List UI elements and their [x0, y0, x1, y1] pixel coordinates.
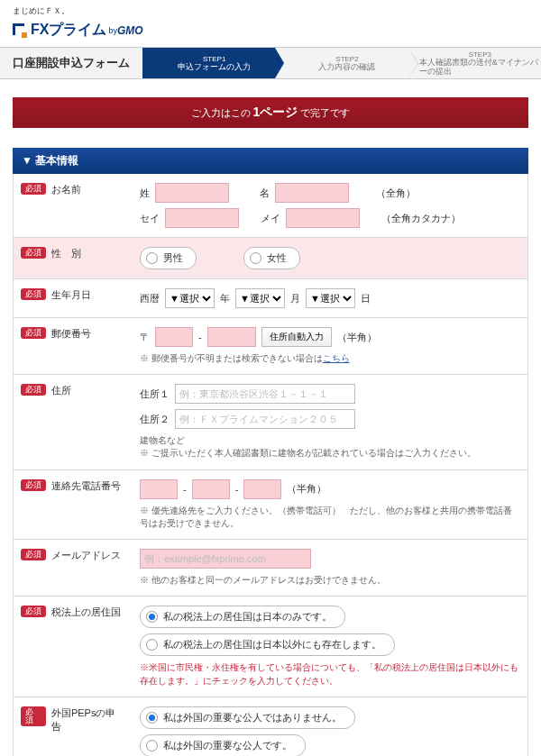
meik-input[interactable] [286, 208, 360, 228]
dob-year-select[interactable]: ▼選択 [165, 288, 215, 308]
label-dob: 生年月日 [51, 288, 91, 302]
autofill-address-button[interactable]: 住所自動入力 [261, 327, 332, 347]
ribbon-page: 1ページ [253, 105, 298, 119]
row-tax: 必須税法上の居住国 私の税法上の居住国は日本のみです。 私の税法上の居住国は日本… [13, 597, 528, 697]
dob-month-select[interactable]: ▼選択 [235, 288, 285, 308]
seik-label: セイ [140, 212, 160, 225]
required-badge: 必須 [21, 288, 46, 300]
tax-other-radio[interactable]: 私の税法上の居住国は日本以外にも存在します。 [140, 633, 395, 656]
row-name: 必須お名前 姓 名 （全角） セイ メイ （全角カタカナ） [13, 174, 528, 238]
sei-input[interactable] [155, 183, 229, 203]
female-label: 女性 [267, 251, 287, 265]
ribbon-post: で完了です [300, 107, 350, 118]
sei-label: 姓 [140, 187, 150, 200]
row-phone: 必須連絡先電話番号 - - （半角） ※ 優先連絡先をご入力ください。（携帯電話… [13, 470, 528, 541]
row-address: 必須住所 住所１ 住所２ 建物名など ※ ご提示いただく本人確認書類に建物名が記… [13, 375, 528, 469]
row-dob: 必須生年月日 西暦 ▼選択 年 ▼選択 月 ▼選択 日 [13, 279, 528, 318]
page-title: 口座開設申込フォーム [0, 48, 142, 78]
logo-gmo: GMO [117, 24, 143, 37]
required-badge: 必須 [21, 479, 46, 491]
logo: FXプライム by GMO [0, 19, 541, 47]
step-label: 申込フォームの入力 [178, 63, 251, 72]
label-peps: 外国PEPsの申告 [51, 706, 125, 733]
row-gender: 必須性 別 男性 女性 [13, 238, 528, 279]
completion-ribbon: ご入力はこの 1ページ で完了です [13, 97, 528, 128]
month-label: 月 [290, 292, 300, 305]
label-tax: 税法上の居住国 [51, 606, 121, 619]
zip2-input[interactable] [207, 327, 256, 347]
required-badge: 必須 [21, 247, 46, 259]
row-peps: 必須外国PEPsの申告 私は外国の重要な公人ではありません。 私は外国の重要な公… [13, 697, 528, 756]
logo-text: FXプライム [31, 21, 106, 40]
peps-o1-label: 私は外国の重要な公人ではありません。 [163, 711, 342, 724]
phone-dash: - [183, 484, 187, 495]
addr2-label: 住所２ [140, 413, 170, 426]
label-address: 住所 [51, 384, 71, 397]
logo-icon [13, 23, 27, 38]
tax-japan-only-radio[interactable]: 私の税法上の居住国は日本のみです。 [140, 606, 345, 628]
label-name: お名前 [51, 183, 81, 196]
tax-note: ※米国に市民権・永住権を有している場合についても、「私の税法上の居住国は日本以外… [140, 661, 520, 688]
meik-label: メイ [261, 212, 280, 225]
zip-dash: - [198, 332, 202, 342]
label-phone: 連絡先電話番号 [51, 479, 121, 493]
phone-dash: - [235, 484, 239, 495]
ribbon-pre: ご入力はこの [191, 107, 251, 118]
step-1: STEP1 申込フォームの入力 [142, 48, 275, 78]
logo-by: by [108, 26, 117, 35]
required-badge: 必須 [21, 706, 46, 726]
step-label: 入力内容の確認 [318, 63, 375, 72]
halfwidth-hint: （半角） [337, 331, 377, 344]
required-badge: 必須 [21, 549, 46, 560]
phone3-input[interactable] [243, 479, 281, 499]
day-label: 日 [361, 292, 371, 305]
addr1-label: 住所１ [140, 387, 170, 401]
zip1-input[interactable] [155, 327, 193, 347]
addr-note: ※ ご提示いただく本人確認書類に建物名が記載されている場合はご入力ください。 [140, 447, 520, 460]
zip-help-link[interactable]: こちら [323, 353, 350, 363]
tagline-text: まじめにＦＸ。 [0, 0, 541, 19]
phone1-input[interactable] [140, 479, 178, 499]
required-badge: 必須 [21, 327, 46, 339]
halfwidth-hint: （半角） [287, 482, 326, 496]
fullkana-hint: （全角カタカナ） [381, 212, 461, 225]
progress-steps: STEP1 申込フォームの入力 STEP2 入力内容の確認 STEP3 本人確認… [142, 48, 541, 78]
required-badge: 必須 [21, 183, 46, 195]
mei-label: 名 [260, 187, 270, 200]
male-label: 男性 [163, 251, 183, 265]
gender-male-radio[interactable]: 男性 [140, 247, 197, 269]
label-zip: 郵便番号 [51, 327, 91, 341]
addr2-input[interactable] [175, 409, 355, 429]
row-zip: 必須郵便番号 〒 - 住所自動入力 （半角） ※ 郵便番号が不明または検索できな… [13, 318, 528, 375]
addr-sub: 建物名など [140, 434, 520, 447]
email-input[interactable] [140, 549, 311, 569]
peps-no-radio[interactable]: 私は外国の重要な公人ではありません。 [140, 706, 355, 729]
dob-day-select[interactable]: ▼選択 [306, 288, 355, 308]
gender-female-radio[interactable]: 女性 [243, 247, 300, 269]
step-3: STEP3 本人確認書類の送付&マイナンバーの提出 [408, 48, 541, 78]
mei-input[interactable] [275, 183, 349, 203]
addr1-input[interactable] [175, 384, 355, 404]
step-label: 本人確認書類の送付&マイナンバーの提出 [419, 59, 541, 77]
email-note: ※ 他のお客様と同一のメールアドレスはお受けできません。 [140, 574, 520, 587]
title-bar: 口座開設申込フォーム STEP1 申込フォームの入力 STEP2 入力内容の確認… [0, 47, 541, 79]
required-badge: 必須 [21, 384, 46, 396]
zip-mark: 〒 [140, 331, 150, 344]
zip-note: ※ 郵便番号が不明または検索できない場合はこちら [140, 352, 520, 365]
basic-info-section: ▼ 基本情報 必須お名前 姓 名 （全角） セイ メイ （全角カタカナ） 必須性… [13, 148, 528, 756]
fullwidth-hint: （全角） [376, 187, 416, 200]
year-label: 年 [220, 292, 230, 305]
phone-note: ※ 優先連絡先をご入力ください。（携帯電話可） ただし、他のお客様と共用の携帯電… [140, 505, 520, 531]
step-2: STEP2 入力内容の確認 [275, 48, 408, 78]
section-header: ▼ 基本情報 [13, 148, 528, 174]
peps-yes-radio[interactable]: 私は外国の重要な公人です。 [140, 734, 306, 756]
tax-o2-label: 私の税法上の居住国は日本以外にも存在します。 [163, 638, 381, 651]
peps-o2-label: 私は外国の重要な公人です。 [163, 739, 292, 752]
label-email: メールアドレス [51, 549, 121, 562]
era-label: 西暦 [140, 292, 160, 305]
tax-o1-label: 私の税法上の居住国は日本のみです。 [163, 610, 332, 624]
required-badge: 必須 [21, 606, 46, 617]
phone2-input[interactable] [192, 479, 230, 499]
seik-input[interactable] [165, 208, 239, 228]
label-gender: 性 別 [51, 247, 81, 260]
